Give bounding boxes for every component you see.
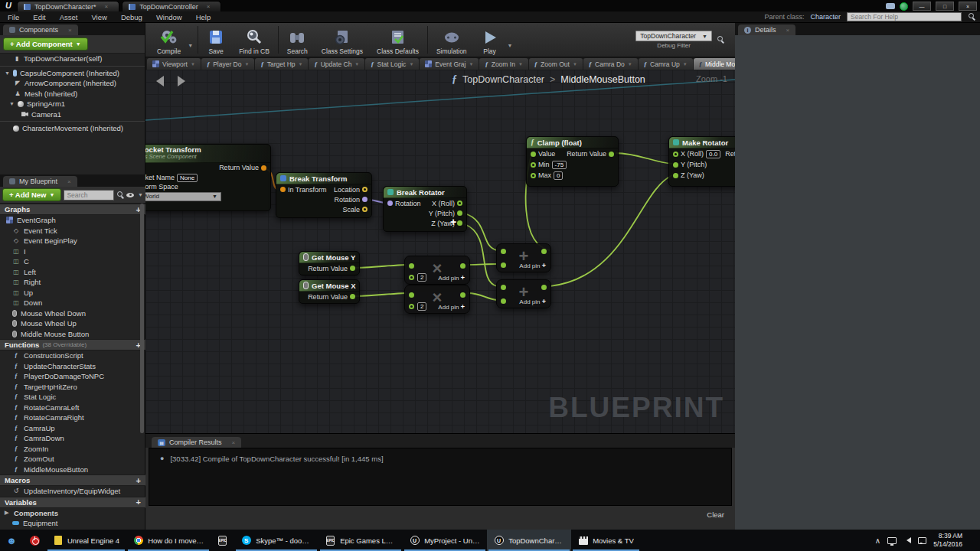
- network-icon[interactable]: [887, 537, 897, 544]
- graph-item-input-down[interactable]: ◫Down: [0, 298, 145, 308]
- tab-stat-logic[interactable]: ƒStat Logic▼: [365, 58, 419, 70]
- pin-b-in[interactable]: [409, 304, 414, 309]
- pin-return-out[interactable]: [609, 152, 614, 157]
- globe-icon[interactable]: [900, 2, 908, 11]
- compile-button[interactable]: Compile: [150, 24, 188, 56]
- pin-z-yaw-out[interactable]: [457, 220, 462, 226]
- b-value-field[interactable]: 2: [417, 302, 426, 311]
- chevron-up-icon[interactable]: ∧: [875, 536, 880, 545]
- breadcrumb-root[interactable]: TopDownCharacter: [462, 74, 544, 85]
- component-item-springarm[interactable]: ▼SpringArm1: [0, 99, 145, 109]
- clock[interactable]: 8:39 AM 5/14/2016: [933, 532, 962, 548]
- graph-item-input-left[interactable]: ◫Left: [0, 267, 145, 278]
- breadcrumb-current[interactable]: MiddleMouseButton: [560, 74, 645, 85]
- graphs-section-header[interactable]: Graphs+: [0, 204, 145, 215]
- function-item[interactable]: ƒCamraDown: [0, 433, 145, 444]
- max-value-field[interactable]: 0: [554, 171, 563, 180]
- pin-result-out[interactable]: [541, 249, 547, 254]
- component-item-charmove[interactable]: CharacterMovement (Inherited): [0, 123, 145, 134]
- add-new-button[interactable]: + Add New▼: [2, 188, 61, 201]
- taskbar-skype[interactable]: SSkype™ - doomsda...: [234, 530, 318, 551]
- notification-icon[interactable]: [918, 537, 926, 544]
- menu-asset[interactable]: Asset: [60, 13, 78, 21]
- pin-scale-out[interactable]: [362, 207, 368, 212]
- taskbar-epic[interactable]: EPIC: [211, 530, 234, 551]
- play-options-chevron-icon[interactable]: ▼: [508, 43, 513, 48]
- node-make-rotator[interactable]: Make Rotator X (Roll)0.0Return Value Y (…: [668, 136, 735, 187]
- play-button[interactable]: Play: [474, 24, 506, 56]
- close-icon[interactable]: ×: [232, 439, 236, 446]
- node-add-b[interactable]: + Add pin +: [496, 279, 551, 308]
- add-component-button[interactable]: + Add Component▼: [3, 37, 88, 51]
- function-item[interactable]: ƒTargetHpHitZero: [0, 382, 145, 393]
- close-icon[interactable]: ×: [786, 27, 790, 34]
- close-button[interactable]: ×: [959, 2, 977, 11]
- parent-class-value[interactable]: Character: [810, 13, 841, 21]
- close-icon[interactable]: ×: [68, 27, 72, 34]
- graph-item-input-up[interactable]: ◫Up: [0, 288, 145, 298]
- compile-options-chevron-icon[interactable]: ▼: [188, 43, 193, 48]
- add-pin-button[interactable]: Add pin +: [519, 298, 546, 305]
- tab-zoom-in[interactable]: ƒZoom In▼: [479, 58, 528, 70]
- close-icon[interactable]: ×: [105, 3, 109, 10]
- graph-item-input-c[interactable]: ◫C: [0, 256, 145, 267]
- feedback-bubble-icon[interactable]: [886, 3, 895, 9]
- visibility-filter-icon[interactable]: [126, 191, 136, 199]
- b-value-field[interactable]: 2: [417, 273, 426, 282]
- chevron-down-icon[interactable]: ▼: [138, 192, 143, 197]
- tab-my-blueprint[interactable]: My Blueprint ×: [3, 176, 77, 187]
- menu-view[interactable]: View: [91, 13, 106, 21]
- scrollbar-thumb[interactable]: [140, 204, 144, 433]
- function-item[interactable]: ƒStat Logic: [0, 392, 145, 403]
- pin-max-in[interactable]: [531, 173, 536, 178]
- menu-debug[interactable]: Debug: [121, 13, 142, 21]
- power-app-icon[interactable]: [23, 530, 46, 551]
- expand-arrow-icon[interactable]: ▼: [5, 70, 10, 76]
- variable-category-components[interactable]: ▶Components: [0, 508, 145, 519]
- blueprint-search-input[interactable]: [64, 190, 114, 201]
- pin-x-roll-in[interactable]: [673, 152, 678, 157]
- component-item-capsule[interactable]: ▼CapsuleComponent (Inherited): [0, 68, 145, 79]
- function-item[interactable]: ƒPlayerDoDamageToNPC: [0, 371, 145, 382]
- menu-help[interactable]: Help: [196, 13, 211, 21]
- taskbar-movies-tv[interactable]: Movies & TV: [571, 530, 641, 551]
- blueprint-graph-canvas[interactable]: BLUEPRINT ƒ: [145, 70, 735, 433]
- tab-event-graph[interactable]: Event Graj▼: [420, 58, 479, 70]
- expand-arrow-icon[interactable]: ▶: [5, 510, 10, 516]
- menu-file[interactable]: File: [8, 13, 19, 21]
- function-item[interactable]: ƒRotateCamraLeft: [0, 403, 145, 413]
- pin-b-in[interactable]: [501, 262, 506, 268]
- clear-button[interactable]: Clear: [707, 510, 724, 519]
- min-value-field[interactable]: -75: [552, 161, 567, 169]
- node-multiply-b[interactable]: × 2 Add pin +: [404, 285, 470, 314]
- macros-section-header[interactable]: Macros+: [0, 474, 145, 486]
- function-item[interactable]: ƒConstructionScript: [0, 350, 145, 361]
- functions-section-header[interactable]: Functions(38 Overridable)+: [0, 339, 145, 350]
- graph-item-mouse-wheel-up[interactable]: Mouse Wheel Up: [0, 318, 145, 329]
- component-item-self[interactable]: ▮TopDownCharacter(self): [0, 54, 145, 64]
- function-item[interactable]: ƒRotateCamraRight: [0, 412, 145, 423]
- taskbar-chrome[interactable]: How do I move ca...: [126, 530, 211, 551]
- maximize-button[interactable]: □: [936, 2, 954, 11]
- node-get-mouse-y[interactable]: Get Mouse Y Return Value: [299, 251, 360, 276]
- tab-compiler-results[interactable]: ▤ Compiler Results ×: [152, 437, 241, 448]
- pin-y-pitch-in[interactable]: [673, 162, 678, 168]
- tab-target-hp[interactable]: ƒTarget Hp▼: [255, 58, 308, 70]
- tab-components[interactable]: Components ×: [3, 24, 78, 35]
- function-item[interactable]: ƒZoomOut: [0, 454, 145, 465]
- debug-search-icon[interactable]: [717, 36, 724, 44]
- pin-in-transform[interactable]: [280, 187, 286, 192]
- add-variable-button[interactable]: +: [136, 497, 141, 507]
- pin-result-out[interactable]: [460, 263, 466, 269]
- volume-icon[interactable]: [903, 537, 911, 543]
- component-item-camera[interactable]: Camera1: [0, 109, 145, 120]
- pin-a-in[interactable]: [501, 285, 506, 290]
- tab-update-ch[interactable]: ƒUpdate Ch▼: [309, 58, 364, 70]
- pin-result-out[interactable]: [460, 292, 466, 298]
- taskbar-topdowncharacter[interactable]: UTopDownCharacter*: [487, 530, 571, 551]
- search-icon[interactable]: [968, 13, 975, 21]
- node-multiply-a[interactable]: × 2 Add pin +: [404, 256, 470, 285]
- search-button[interactable]: Search: [280, 24, 315, 56]
- tab-details[interactable]: i Details ×: [738, 24, 795, 35]
- compiler-log[interactable]: ●[3033.42] Compile of TopDownCharacter s…: [149, 448, 732, 506]
